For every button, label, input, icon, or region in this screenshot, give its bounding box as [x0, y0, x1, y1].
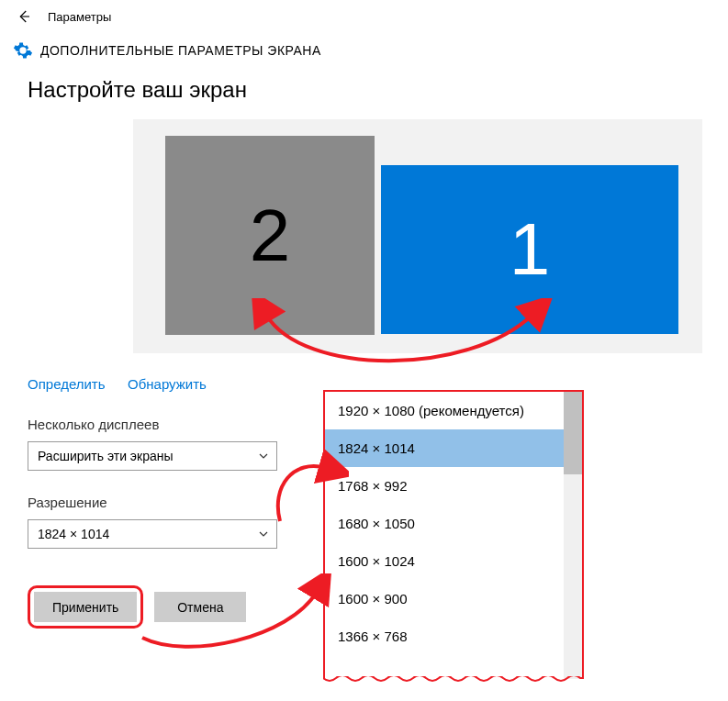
resolution-value: 1824 × 1014	[38, 527, 109, 541]
multi-display-combo[interactable]: Расширить эти экраны	[28, 441, 277, 471]
dropdown-scrollbar[interactable]	[564, 392, 582, 679]
dropdown-item[interactable]: 1600 × 1024	[325, 542, 582, 580]
display-2[interactable]: 2	[165, 136, 375, 335]
back-button[interactable]	[13, 6, 35, 28]
gear-icon	[13, 40, 33, 61]
dropdown-item[interactable]: 1680 × 1050	[325, 505, 582, 542]
arrow-left-icon	[16, 8, 32, 25]
scroll-thumb[interactable]	[564, 392, 582, 474]
identify-link[interactable]: Определить	[28, 376, 106, 392]
apply-highlight: Применить	[28, 585, 143, 629]
dropdown-item[interactable]: 1920 × 1080 (рекомендуется)	[325, 392, 582, 429]
resolution-dropdown: 1920 × 1080 (рекомендуется)1824 × 101417…	[323, 390, 584, 679]
dropdown-item[interactable]: 1600 × 900	[325, 580, 582, 618]
cancel-button[interactable]: Отмена	[154, 592, 246, 622]
page-title: ДОПОЛНИТЕЛЬНЫЕ ПАРАМЕТРЫ ЭКРАНА	[40, 43, 321, 58]
multi-display-value: Расширить эти экраны	[38, 449, 174, 463]
section-heading: Настройте ваш экран	[28, 77, 700, 103]
dropdown-item[interactable]: 1768 × 992	[325, 467, 582, 505]
dropdown-item[interactable]: 1366 × 768	[325, 618, 582, 655]
display-1[interactable]: 1	[381, 165, 678, 334]
display-preview: 2 1	[133, 119, 702, 353]
apply-button[interactable]: Применить	[34, 592, 137, 622]
titlebar: Параметры	[0, 0, 728, 33]
chevron-down-icon	[258, 529, 269, 540]
torn-edge	[323, 676, 584, 685]
page-header: ДОПОЛНИТЕЛЬНЫЕ ПАРАМЕТРЫ ЭКРАНА	[0, 33, 728, 77]
resolution-combo[interactable]: 1824 × 1014	[28, 519, 277, 549]
window-title: Параметры	[48, 10, 111, 24]
chevron-down-icon	[258, 451, 269, 462]
dropdown-item[interactable]: 1824 × 1014	[325, 429, 582, 467]
detect-link[interactable]: Обнаружить	[128, 376, 207, 392]
